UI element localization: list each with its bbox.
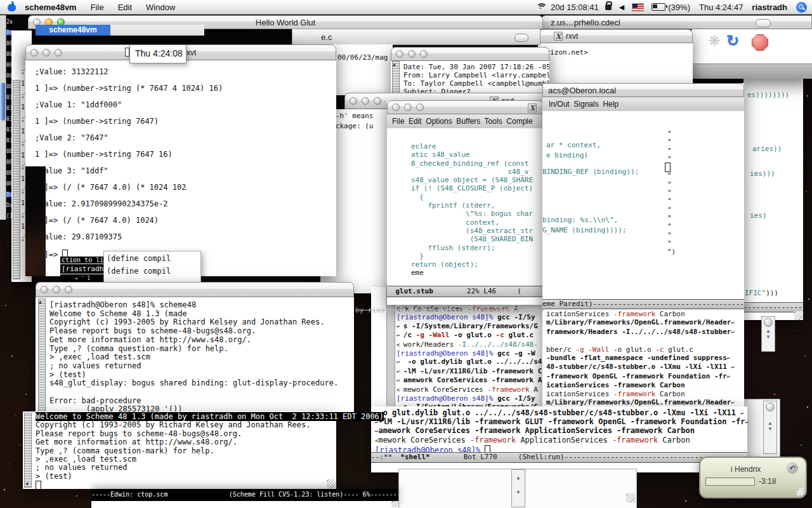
minimize-button[interactable] [362,97,369,105]
ghost-text: by riastradh on Mon Oct 2 12:33:11 EDT 2… [355,306,544,314]
string-quotes-column: " " " " " " " " " " " " " ") [667,130,676,256]
garbage-app-name: scheme48vm [49,25,96,34]
scroll-up-arrow[interactable]: ▲ [39,299,42,305]
minimize-button[interactable] [53,286,60,293]
shell-output: ork CoreServices -framework A[riastradh@… [396,305,542,421]
apple-menu[interactable] [8,3,16,12]
scheme-repl-output: ;Value: 31322112 1 ]=> (number->string (… [25,60,336,259]
resize-grip[interactable] [626,493,635,502]
emacs-menu-items[interactable]: In/Out Signals Help [549,100,619,109]
scrollbar[interactable] [13,80,20,279]
rewind-button[interactable]: ↶ [787,462,798,474]
code-fragment: ar * context, [546,141,601,149]
stop-button[interactable] [752,34,768,51]
scrollbar[interactable] [386,287,395,408]
scroll-up-arrow[interactable]: ▲ [764,420,776,426]
rxvt-titlebar[interactable]: X rxvt [538,29,693,43]
close-button[interactable] [396,50,403,58]
mail-titlebar[interactable] [391,47,549,61]
clock-time: Thu 4:24:08 [135,48,183,58]
scrollbar-thumb[interactable] [766,403,775,411]
scrollbar-thumb[interactable] [1,83,5,121]
itunes-widget[interactable]: i Hendrix -3:18 ↶ [699,457,807,498]
glutstub-emacs-window[interactable]: X File Edit Options Buffers Tools Comple… [387,100,544,305]
scroll-down-arrow[interactable]: ▼ [764,426,776,432]
scroll-down-arrow[interactable]: ▼ [25,481,30,487]
zoom-button[interactable] [65,286,72,293]
scroll-down-arrow[interactable]: ▼ [512,490,525,495]
scrollbar[interactable] [38,298,46,413]
close-button[interactable] [350,97,357,105]
user-menu[interactable]: riastradh [752,3,787,12]
resize-grip[interactable] [327,479,336,488]
scroll-up-arrow[interactable]: ▲ [512,475,525,481]
mail-window[interactable]: ▲ Date: Tue, 30 Jan 2007 17:18:26 -050Fr… [391,47,549,95]
emacs-menubar[interactable]: In/Out Signals Help [542,97,744,112]
front-shell-window[interactable]: ↩-o glut.dylib glut.o ../../../s48/s48-s… [371,406,747,472]
oberon-titlebar[interactable]: acs@Oberon.local [542,83,744,97]
shell-modeline: --:** *shell* Bot L770 (Shell:run)------… [371,452,747,463]
input-flag-icon[interactable] [632,3,644,11]
battery-icon[interactable] [652,3,665,11]
desktop: es)))))))) aries)) ies))) ies) IFIC"))) … [0,0,812,508]
browser-titlebar[interactable]: z.us…prhello.cdecl [541,15,812,29]
minimize-button[interactable] [43,49,50,57]
scheme48-terminal-window[interactable]: ▲ [riastradh@Oberon s48]% scheme48Welcom… [36,282,354,414]
scroll-down-arrow[interactable]: ▼ [762,334,775,340]
menu-app-name[interactable]: scheme48vm [25,3,77,12]
emacs-menu-items[interactable]: File Edit Options Buffers Tools Comple [392,117,533,126]
oberon-emacs-window[interactable]: acs@Oberon.local In/Out Signals Help ar … [542,83,744,410]
terminal-text: > [538,57,693,67]
reload-button[interactable]: ↻ [726,32,739,50]
scrollbar-fragment[interactable]: ▲ ▼ [761,316,775,352]
emacs-menubar[interactable]: File Edit Options Buffers Tools Comple [387,114,544,129]
lock-icon[interactable] [605,4,612,10]
edwin-window: -----Edwin: ctop.scm (Scheme Fill CVS-1.… [91,489,398,508]
progress-bar[interactable] [705,478,755,486]
resize-grip[interactable] [391,501,398,507]
rxvt-titlebar-c[interactable] [36,282,354,297]
code-fragment: BINDING_REF (binding)); [542,168,639,176]
close-button[interactable] [30,49,38,57]
hex-list-window: 2aDa000000000003030303030B0B0B0BDaDa[1 [0,15,13,220]
menu-window[interactable]: Window [146,3,175,12]
wifi-icon[interactable] [535,3,546,11]
close-button[interactable] [392,104,400,111]
minimize-button[interactable] [404,104,412,111]
ec-titlebar-fragment[interactable]: e.c [292,29,540,45]
zoom-button[interactable] [420,50,428,58]
x11-icon: X [554,32,563,41]
close-button[interactable] [41,286,48,293]
rxvt-erizon-window[interactable]: X rxvt erizon.net> > [538,29,693,86]
clock-window[interactable]: Thu 4:24:08 [129,44,187,64]
volume-icon[interactable]: ◀ [619,3,624,11]
toolbar-toggle-pill[interactable] [756,19,771,27]
scroll-up-arrow[interactable]: ▲ [762,328,775,334]
code-fragment: aries)) [752,145,782,153]
menu-file[interactable]: File [91,3,104,12]
glutstub-titlebar[interactable]: X [387,100,544,114]
shell-fragment-window: ork CoreServices -framework A[riastradh@… [371,287,544,408]
scrollbar[interactable] [0,15,6,220]
zoom-button[interactable] [416,104,424,111]
desktop-showthrough [25,166,46,276]
resize-grip[interactable] [794,311,803,320]
spotlight-icon[interactable] [796,2,807,13]
menu-edit[interactable]: Edit [118,3,132,12]
background-editor-window[interactable]: es)))))))) aries)) ies))) ies) IFIC"))) … [743,69,803,320]
minimize-button[interactable] [408,50,416,58]
big-terminal-window[interactable]: X rxvt ;Value: 31322112 1 ]=> (number->s… [25,44,336,276]
bottom-terminal-window[interactable]: ▼ Welcome to Scheme 48 1.3 (made by rias… [23,411,336,489]
scroll-up-arrow[interactable]: ▲ [393,62,396,67]
uptime-clock[interactable]: 20d 15:08:41 [551,3,599,12]
zoom-button[interactable] [374,97,381,105]
scrollbar[interactable]: ▲ ▼ [511,469,525,507]
battery-percent[interactable]: (39%) [668,3,690,12]
scrollbar[interactable] [24,413,32,488]
scrollbar-thumb[interactable] [764,318,773,327]
menubar-clock[interactable]: Thu 4:24:47 [699,3,743,12]
zoom-button[interactable] [55,49,62,57]
resize-grip[interactable] [797,488,804,495]
menubar: scheme48vm File Edit Window 20d 15:08:41… [0,0,812,15]
toolbar-toggle-pill[interactable] [514,34,528,42]
